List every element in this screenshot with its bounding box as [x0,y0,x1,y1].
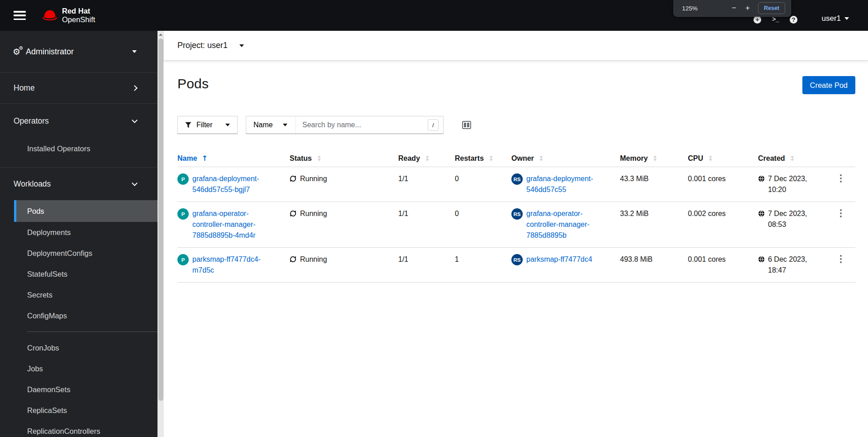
scrollbar-up-button[interactable] [157,31,164,38]
user-menu-button[interactable]: user1 [821,14,849,23]
chevron-down-icon [844,17,849,20]
sort-icon: ↕ [488,154,494,163]
pod-link[interactable]: parksmap-ff7477dc4-m7d5c [192,254,277,276]
sidebar-item-replicationcontrollers[interactable]: ReplicationControllers [14,421,157,437]
restarts-cell: 0 [455,202,511,247]
sync-icon [290,210,296,217]
web-terminal-button[interactable]: >_ [766,16,784,23]
browser-zoom-popup: 125% − + Reset [673,0,791,17]
search-group: Name / [246,116,444,134]
terminal-icon: >_ [772,16,779,23]
created-cell: 7 Dec 2023, 10:20 [758,167,830,202]
zoom-out-button[interactable]: − [727,4,741,13]
main-content: Project: user1 Pods Create Pod Filter [164,31,868,437]
pod-name-cell: P grafana-operator-controller-manager-78… [177,202,290,247]
sidebar-item-jobs[interactable]: Jobs [14,358,157,379]
sidebar-item-pods[interactable]: Pods [14,200,157,222]
chevron-down-icon [132,117,138,123]
ready-cell: 1/1 [398,167,455,202]
column-header-created[interactable]: Created ↕ [758,150,830,167]
cpu-cell: 0.001 cores [688,248,758,282]
owner-link[interactable]: grafana-deployment-546dd57c55 [526,173,611,195]
help-button[interactable]: ? [784,16,802,24]
replicaset-badge: RS [511,254,523,265]
sidebar-item-workloads[interactable]: Workloads [0,168,157,200]
sync-icon [290,175,296,182]
nav-divider [27,331,157,332]
filter-dropdown[interactable]: Filter [177,116,238,134]
sidebar-item-replicasets[interactable]: ReplicaSets [14,400,157,421]
created-cell: 6 Dec 2023, 18:47 [758,248,830,282]
redhat-fedora-icon [41,9,58,22]
pod-badge: P [177,173,189,185]
gears-icon: ⚙⚙ [13,47,20,57]
owner-link[interactable]: grafana-operator-controller-manager-7885… [526,208,611,241]
kebab-menu-button[interactable] [840,255,842,264]
search-attribute-dropdown[interactable]: Name [246,116,296,134]
quick-create-button[interactable]: + [748,16,766,24]
pod-name-cell: P grafana-deployment-546dd57c55-bgjl7 [177,167,290,202]
sidebar-scrollbar[interactable] [157,31,164,437]
globe-icon [758,175,765,182]
status-text: Running [300,254,327,265]
ready-cell: 1/1 [398,248,455,282]
pod-link[interactable]: grafana-deployment-546dd57c55-bgjl7 [192,173,277,195]
status-text: Running [300,173,327,184]
column-header-cpu[interactable]: CPU ↕ [688,150,758,167]
column-header-ready[interactable]: Ready ↕ [398,150,455,167]
pods-table: Name ↑ Status ↕ Ready ↕ Restarts ↕ [177,150,855,283]
nav-toggle-button[interactable] [14,11,26,20]
sidebar-item-configmaps[interactable]: ConfigMaps [14,305,157,326]
sidebar-item-cronjobs[interactable]: CronJobs [14,337,157,358]
sidebar-nav: ⚙⚙ Administrator Home Operators Installe… [0,31,157,437]
project-selector[interactable]: Project: user1 [177,41,244,50]
column-header-owner[interactable]: Owner ↕ [511,150,620,167]
page-title: Pods [177,76,209,91]
sidebar-item-home[interactable]: Home [0,73,157,104]
column-header-actions [830,150,855,167]
sort-icon: ↕ [790,154,796,163]
project-label: Project: user1 [177,41,228,50]
column-header-status[interactable]: Status ↕ [290,150,398,167]
kebab-menu-button[interactable] [840,174,842,183]
columns-icon [462,121,471,129]
kebab-menu-button[interactable] [840,209,842,218]
scrollbar-thumb[interactable] [158,38,163,401]
column-header-memory[interactable]: Memory ↕ [620,150,688,167]
zoom-in-button[interactable]: + [741,4,754,13]
owner-link[interactable]: parksmap-ff7477dc4 [526,254,592,265]
sidebar-section-operators: Operators Installed Operators [0,104,157,168]
zoom-level: 125% [682,5,698,12]
search-input[interactable] [296,116,428,134]
sidebar-item-installed-operators[interactable]: Installed Operators [14,138,157,159]
sidebar-item-statefulsets[interactable]: StatefulSets [14,264,157,284]
sort-icon: ↕ [708,154,714,163]
memory-cell: 493.8 MiB [620,248,688,282]
created-text: 7 Dec 2023, 10:20 [768,173,813,195]
column-header-restarts[interactable]: Restarts ↕ [455,150,511,167]
table-header-row: Name ↑ Status ↕ Ready ↕ Restarts ↕ [177,150,855,167]
created-text: 6 Dec 2023, 18:47 [768,254,813,276]
plus-circle-icon: + [754,16,761,24]
sidebar-item-deploymentconfigs[interactable]: DeploymentConfigs [14,243,157,264]
zoom-reset-button[interactable]: Reset [758,2,785,14]
sidebar-item-deployments[interactable]: Deployments [14,222,157,243]
sidebar-item-daemonsets[interactable]: DaemonSets [14,379,157,400]
status-cell: Running [290,202,398,247]
sync-icon [290,256,296,263]
pod-name-cell: P parksmap-ff7477dc4-m7d5c [177,248,290,282]
owner-cell: RS grafana-operator-controller-manager-7… [511,202,620,247]
created-cell: 7 Dec 2023, 08:53 [758,202,830,247]
owner-cell: RS parksmap-ff7477dc4 [511,248,620,282]
create-pod-button[interactable]: Create Pod [802,76,855,94]
manage-columns-button[interactable] [462,121,471,129]
column-header-name[interactable]: Name ↑ [177,150,290,167]
pod-link[interactable]: grafana-operator-controller-manager-7885… [192,208,277,241]
sidebar-section-workloads: Workloads Pods Deployments DeploymentCon… [0,168,157,437]
sidebar-item-secrets[interactable]: Secrets [14,284,157,305]
brand-line2: OpenShift [62,15,95,24]
brand-text: Red Hat OpenShift [62,7,95,24]
perspective-switcher[interactable]: ⚙⚙ Administrator [0,31,157,73]
status-cell: Running [290,248,398,282]
sidebar-item-operators[interactable]: Operators [0,104,157,138]
